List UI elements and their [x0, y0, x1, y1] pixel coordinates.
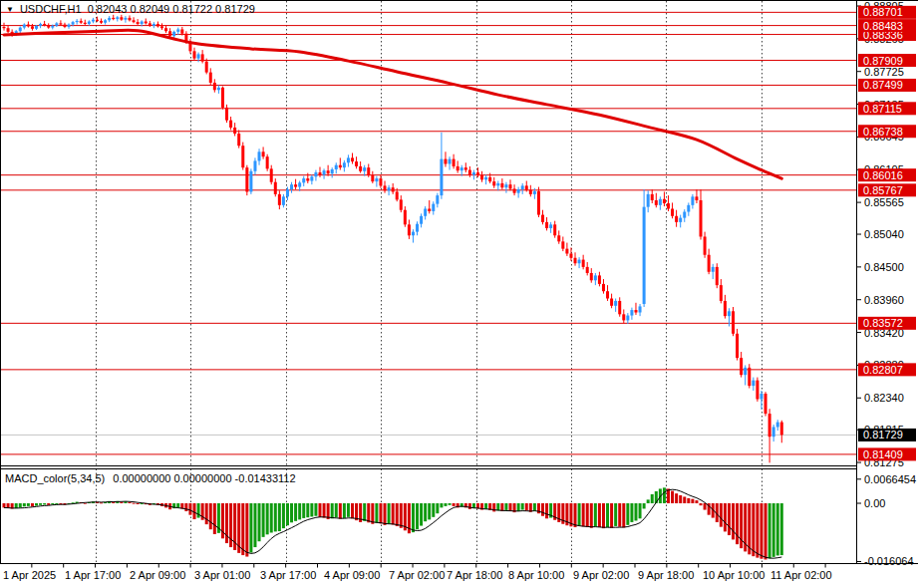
macd-indicator-label: MACD_color(5,34,5) 0.00000000 0.00000000…	[5, 472, 296, 484]
price-axis[interactable]	[857, 0, 918, 564]
ohlc-values-label: 0.82043 0.82049 0.81722 0.81729	[88, 3, 255, 15]
main-plot-area[interactable]	[0, 0, 856, 465]
symbol-timeframe-label: USDCHF,H1	[20, 3, 82, 15]
symbol-marker-icon: ▼	[6, 4, 14, 15]
macd-name-label: MACD_color(5,34,5)	[5, 472, 105, 484]
macd-values-label: 0.00000000 0.00000000 -0.01433112	[113, 472, 295, 484]
trading-chart-window: ▼ USDCHF,H1 0.82043 0.82049 0.81722 0.81…	[0, 0, 918, 588]
chart-title: ▼ USDCHF,H1 0.82043 0.82049 0.81722 0.81…	[6, 3, 255, 15]
time-axis[interactable]	[0, 565, 856, 588]
